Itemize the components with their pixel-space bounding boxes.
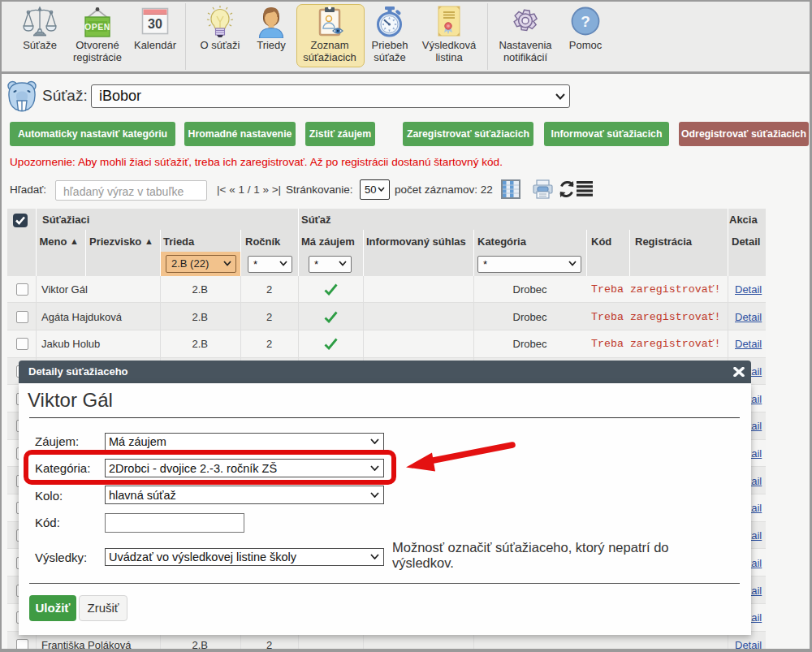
svg-text:30: 30: [148, 17, 162, 31]
svg-text:OPEN: OPEN: [84, 22, 110, 32]
svg-text:?: ?: [581, 13, 590, 30]
